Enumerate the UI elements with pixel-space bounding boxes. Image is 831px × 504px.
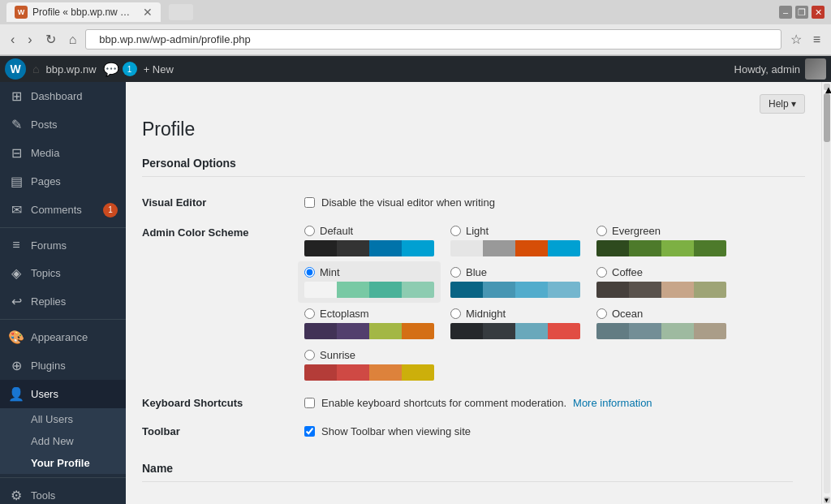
color-scheme-sunrise-label: Sunrise <box>320 349 355 361</box>
sidebar-item-comments[interactable]: ✉ Comments 1 <box>0 196 126 224</box>
visual-editor-checkbox[interactable] <box>304 197 315 208</box>
browser-tab[interactable]: W Profile « bbp.wp.nw — Wc... ✕ <box>6 2 161 22</box>
color-scheme-row: Admin Color Scheme Default <box>142 217 805 389</box>
sidebar-item-forums[interactable]: ≡ Forums <box>0 231 126 259</box>
sidebar-item-dashboard[interactable]: ⊞ Dashboard <box>0 82 126 110</box>
sidebar-item-label: Topics <box>31 267 61 279</box>
comments-link[interactable]: 💬 1 <box>103 62 137 77</box>
media-icon: ⊟ <box>8 145 24 161</box>
site-name-link[interactable]: bbp.wp.nw <box>45 63 96 75</box>
maximize-button[interactable]: ❐ <box>795 6 808 19</box>
tab-close-button[interactable]: ✕ <box>143 6 153 18</box>
color-scheme-sunrise-radio[interactable]: Sunrise <box>304 349 434 361</box>
user-menu[interactable]: Howdy, admin <box>734 58 826 80</box>
radio-mint[interactable] <box>304 267 315 278</box>
keyboard-shortcuts-label: Keyboard Shortcuts <box>142 389 304 417</box>
swatch <box>483 240 515 256</box>
radio-evergreen[interactable] <box>596 226 607 236</box>
color-scheme-ectoplasm-radio[interactable]: Ectoplasm <box>304 308 434 320</box>
swatch <box>450 282 483 298</box>
radio-midnight[interactable] <box>450 308 461 319</box>
new-tab-button[interactable] <box>169 4 193 20</box>
radio-ectoplasm[interactable] <box>304 308 315 319</box>
color-scheme-mint[interactable]: Mint <box>298 261 441 303</box>
bookmark-button[interactable]: ☆ <box>786 30 806 49</box>
color-scheme-blue-radio[interactable]: Blue <box>450 266 580 278</box>
submenu-your-profile[interactable]: Your Profile <box>0 452 126 474</box>
radio-light[interactable] <box>450 226 461 236</box>
color-scheme-sunrise[interactable]: Sunrise <box>304 349 434 381</box>
toolbar-checkbox[interactable] <box>304 426 315 437</box>
scroll-down-arrow[interactable]: ▼ <box>824 497 830 503</box>
sidebar-item-pages[interactable]: ▤ Pages <box>0 167 126 196</box>
swatch <box>483 323 515 339</box>
radio-ocean[interactable] <box>596 308 607 319</box>
toolbar-label: Toolbar <box>142 417 304 446</box>
new-content-link[interactable]: + New <box>144 63 174 75</box>
toolbar-checkbox-text: Show Toolbar when viewing site <box>321 425 471 437</box>
menu-button[interactable]: ≡ <box>809 30 825 49</box>
color-scheme-ocean[interactable]: Ocean <box>596 308 726 339</box>
color-scheme-ectoplasm[interactable]: Ectoplasm <box>304 308 434 339</box>
submenu-all-users[interactable]: All Users <box>0 408 126 430</box>
color-scheme-midnight[interactable]: Midnight <box>450 308 580 339</box>
coffee-swatches <box>596 282 726 298</box>
color-scheme-evergreen[interactable]: Evergreen <box>596 225 726 256</box>
sidebar-item-posts[interactable]: ✎ Posts <box>0 110 126 139</box>
swatch <box>661 323 694 339</box>
keyboard-shortcuts-checkbox-label[interactable]: Enable keyboard shortcuts for comment mo… <box>304 397 805 409</box>
color-scheme-coffee[interactable]: Coffee <box>596 266 726 298</box>
radio-blue[interactable] <box>450 267 461 278</box>
forward-button[interactable]: › <box>24 31 36 49</box>
sidebar-item-replies[interactable]: ↩ Replies <box>0 287 126 316</box>
sidebar-item-topics[interactable]: ◈ Topics <box>0 259 126 287</box>
sidebar-item-tools[interactable]: ⚙ Tools <box>0 481 126 504</box>
visual-editor-checkbox-label[interactable]: Disable the visual editor when writing <box>304 196 805 209</box>
swatch <box>369 240 402 256</box>
radio-coffee[interactable] <box>596 267 607 278</box>
color-scheme-midnight-radio[interactable]: Midnight <box>450 308 580 320</box>
color-scheme-coffee-radio[interactable]: Coffee <box>596 266 726 278</box>
scroll-thumb[interactable] <box>824 93 830 142</box>
scrollbar[interactable]: ▲ ▼ <box>821 82 831 504</box>
sunrise-swatches <box>304 364 434 381</box>
toolbar-checkbox-label[interactable]: Show Toolbar when viewing site <box>304 425 805 437</box>
color-scheme-light-radio[interactable]: Light <box>450 225 580 237</box>
appearance-icon: 🎨 <box>8 330 24 345</box>
sidebar-item-media[interactable]: ⊟ Media <box>0 139 126 167</box>
color-scheme-blue[interactable]: Blue <box>450 266 580 298</box>
keyboard-shortcuts-checkbox[interactable] <box>304 398 315 408</box>
color-scheme-default[interactable]: Default <box>304 225 434 256</box>
scroll-track[interactable] <box>824 93 830 493</box>
radio-sunrise[interactable] <box>304 350 315 360</box>
sidebar-item-plugins[interactable]: ⊕ Plugins <box>0 351 126 380</box>
submenu-add-new[interactable]: Add New <box>0 430 126 452</box>
radio-default[interactable] <box>304 226 315 236</box>
back-button[interactable]: ‹ <box>6 31 19 49</box>
swatch <box>515 240 548 256</box>
color-scheme-light-label: Light <box>466 225 489 237</box>
browser-chrome: W Profile « bbp.wp.nw — Wc... ✕ – ❐ ✕ ‹ … <box>0 0 831 56</box>
color-scheme-evergreen-radio[interactable]: Evergreen <box>596 225 726 237</box>
howdy-text: Howdy, admin <box>734 63 800 75</box>
swatch <box>304 364 337 381</box>
swatch <box>304 282 337 298</box>
address-bar[interactable]: bbp.wp.nw/wp-admin/profile.php <box>85 29 781 50</box>
reload-button[interactable]: ↻ <box>41 30 60 49</box>
color-scheme-mint-radio[interactable]: Mint <box>304 266 434 278</box>
scroll-up-arrow[interactable]: ▲ <box>824 84 830 90</box>
swatch <box>596 323 629 339</box>
color-scheme-value: Default <box>304 217 805 389</box>
more-information-link[interactable]: More information <box>573 397 652 409</box>
color-scheme-default-label: Default <box>320 225 353 237</box>
wp-logo[interactable]: W <box>5 58 26 80</box>
help-button[interactable]: Help ▾ <box>760 94 805 114</box>
close-button[interactable]: ✕ <box>812 6 825 19</box>
color-scheme-default-radio[interactable]: Default <box>304 225 434 237</box>
color-scheme-ocean-radio[interactable]: Ocean <box>596 308 726 320</box>
minimize-button[interactable]: – <box>779 6 792 19</box>
sidebar-item-users[interactable]: 👤 Users <box>0 380 126 408</box>
home-button[interactable]: ⌂ <box>65 31 81 49</box>
color-scheme-light[interactable]: Light <box>450 225 580 256</box>
sidebar-item-appearance[interactable]: 🎨 Appearance <box>0 323 126 351</box>
